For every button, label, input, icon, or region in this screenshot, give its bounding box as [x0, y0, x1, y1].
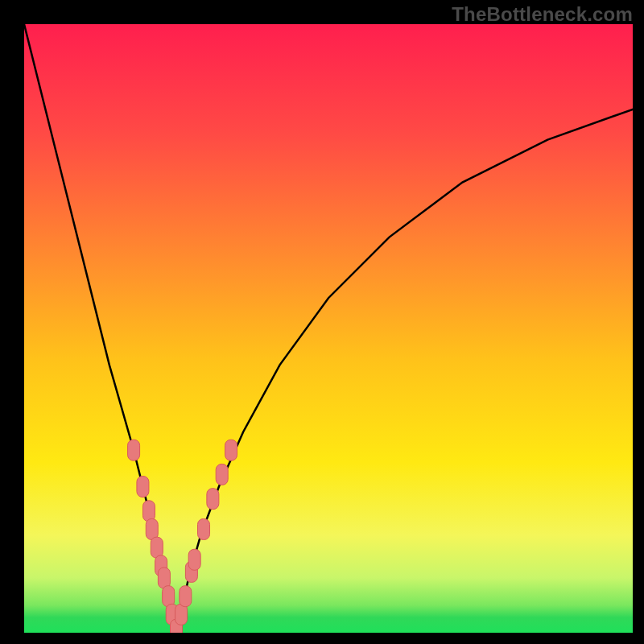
- marker-point: [175, 604, 188, 625]
- valley-markers: [128, 440, 237, 633]
- marker-point: [216, 464, 228, 485]
- marker-point: [142, 501, 155, 522]
- marker-point: [128, 440, 140, 460]
- marker-point: [225, 440, 237, 460]
- marker-point: [151, 537, 163, 558]
- marker-point: [137, 477, 149, 497]
- curve-layer: [24, 24, 633, 633]
- marker-point: [188, 549, 200, 570]
- marker-point: [146, 518, 158, 539]
- marker-point: [180, 586, 192, 607]
- bottleneck-curve: [24, 24, 633, 633]
- marker-point: [158, 568, 170, 588]
- plot-area: [24, 24, 633, 633]
- chart-frame: TheBottleneck.com: [0, 0, 644, 644]
- watermark-text: TheBottleneck.com: [452, 3, 633, 26]
- marker-point: [207, 489, 219, 510]
- marker-point: [163, 586, 175, 607]
- marker-point: [198, 518, 210, 539]
